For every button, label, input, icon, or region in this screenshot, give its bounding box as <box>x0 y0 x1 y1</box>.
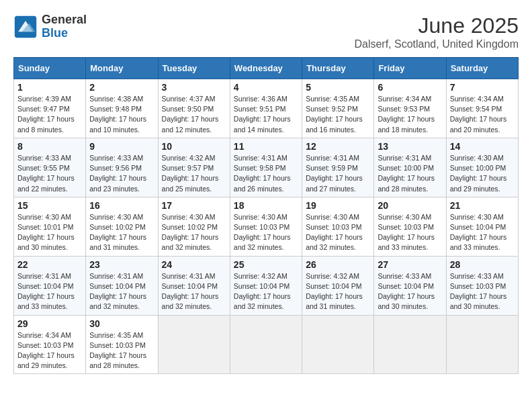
table-row: 23 Sunrise: 4:31 AMSunset: 10:04 PMDayli… <box>86 256 158 315</box>
table-row: 3 Sunrise: 4:37 AMSunset: 9:50 PMDayligh… <box>158 79 230 138</box>
table-row: 1 Sunrise: 4:39 AMSunset: 9:47 PMDayligh… <box>14 79 86 138</box>
calendar: Sunday Monday Tuesday Wednesday Thursday… <box>13 57 519 374</box>
table-row <box>158 315 230 374</box>
table-row: 21 Sunrise: 4:30 AMSunset: 10:04 PMDayli… <box>446 197 518 256</box>
day-number: 2 <box>89 82 154 93</box>
table-row: 8 Sunrise: 4:33 AMSunset: 9:55 PMDayligh… <box>14 138 86 197</box>
day-number: 16 <box>89 200 154 211</box>
day-number: 27 <box>378 259 442 270</box>
table-row <box>230 315 302 374</box>
day-info: Sunrise: 4:30 AMSunset: 10:03 PMDaylight… <box>378 212 442 253</box>
col-thursday: Thursday <box>302 58 374 79</box>
table-row: 2 Sunrise: 4:38 AMSunset: 9:48 PMDayligh… <box>86 79 158 138</box>
day-info: Sunrise: 4:33 AMSunset: 10:03 PMDaylight… <box>450 271 515 312</box>
day-number: 4 <box>234 82 298 93</box>
day-info: Sunrise: 4:35 AMSunset: 10:03 PMDaylight… <box>89 330 154 371</box>
table-row: 26 Sunrise: 4:32 AMSunset: 10:04 PMDayli… <box>302 256 374 315</box>
title-area: June 2025 Dalserf, Scotland, United King… <box>354 13 519 50</box>
table-row: 17 Sunrise: 4:30 AMSunset: 10:02 PMDayli… <box>158 197 230 256</box>
day-number: 11 <box>234 141 298 152</box>
day-info: Sunrise: 4:31 AMSunset: 10:04 PMDaylight… <box>162 271 226 312</box>
calendar-week-row: 29 Sunrise: 4:34 AMSunset: 10:03 PMDayli… <box>14 315 519 374</box>
day-number: 30 <box>89 318 154 329</box>
calendar-header-row: Sunday Monday Tuesday Wednesday Thursday… <box>14 58 519 79</box>
table-row: 28 Sunrise: 4:33 AMSunset: 10:03 PMDayli… <box>446 256 518 315</box>
calendar-week-row: 22 Sunrise: 4:31 AMSunset: 10:04 PMDayli… <box>14 256 519 315</box>
day-info: Sunrise: 4:33 AMSunset: 10:04 PMDaylight… <box>378 271 442 312</box>
table-row: 14 Sunrise: 4:30 AMSunset: 10:00 PMDayli… <box>446 138 518 197</box>
day-number: 9 <box>89 141 154 152</box>
calendar-week-row: 1 Sunrise: 4:39 AMSunset: 9:47 PMDayligh… <box>14 79 519 138</box>
day-number: 24 <box>162 259 226 270</box>
day-number: 7 <box>450 82 515 93</box>
logo-general-text: General <box>42 13 87 26</box>
table-row: 11 Sunrise: 4:31 AMSunset: 9:58 PMDaylig… <box>230 138 302 197</box>
table-row: 27 Sunrise: 4:33 AMSunset: 10:04 PMDayli… <box>374 256 446 315</box>
day-number: 10 <box>162 141 226 152</box>
col-friday: Friday <box>374 58 446 79</box>
table-row: 24 Sunrise: 4:31 AMSunset: 10:04 PMDayli… <box>158 256 230 315</box>
header: General Blue June 2025 Dalserf, Scotland… <box>13 13 519 50</box>
day-number: 17 <box>162 200 226 211</box>
day-info: Sunrise: 4:31 AMSunset: 10:04 PMDaylight… <box>17 271 82 312</box>
col-monday: Monday <box>86 58 158 79</box>
day-info: Sunrise: 4:31 AMSunset: 9:59 PMDaylight:… <box>306 153 370 194</box>
table-row: 6 Sunrise: 4:34 AMSunset: 9:53 PMDayligh… <box>374 79 446 138</box>
logo-icon <box>13 15 38 39</box>
logo-blue-text: Blue <box>42 26 68 40</box>
table-row: 16 Sunrise: 4:30 AMSunset: 10:02 PMDayli… <box>86 197 158 256</box>
day-number: 19 <box>306 200 370 211</box>
day-number: 15 <box>17 200 82 211</box>
day-info: Sunrise: 4:32 AMSunset: 9:57 PMDaylight:… <box>162 153 226 194</box>
table-row: 7 Sunrise: 4:34 AMSunset: 9:54 PMDayligh… <box>446 79 518 138</box>
day-info: Sunrise: 4:38 AMSunset: 9:48 PMDaylight:… <box>89 94 154 135</box>
day-number: 5 <box>306 82 370 93</box>
day-info: Sunrise: 4:32 AMSunset: 10:04 PMDaylight… <box>306 271 370 312</box>
table-row: 20 Sunrise: 4:30 AMSunset: 10:03 PMDayli… <box>374 197 446 256</box>
table-row: 4 Sunrise: 4:36 AMSunset: 9:51 PMDayligh… <box>230 79 302 138</box>
table-row: 10 Sunrise: 4:32 AMSunset: 9:57 PMDaylig… <box>158 138 230 197</box>
day-number: 21 <box>450 200 515 211</box>
day-info: Sunrise: 4:30 AMSunset: 10:02 PMDaylight… <box>89 212 154 253</box>
day-info: Sunrise: 4:30 AMSunset: 10:01 PMDaylight… <box>17 212 82 253</box>
table-row: 5 Sunrise: 4:35 AMSunset: 9:52 PMDayligh… <box>302 79 374 138</box>
day-info: Sunrise: 4:31 AMSunset: 10:00 PMDaylight… <box>378 153 442 194</box>
table-row: 22 Sunrise: 4:31 AMSunset: 10:04 PMDayli… <box>14 256 86 315</box>
calendar-week-row: 15 Sunrise: 4:30 AMSunset: 10:01 PMDayli… <box>14 197 519 256</box>
logo: General Blue <box>13 13 87 40</box>
location: Dalserf, Scotland, United Kingdom <box>354 38 519 50</box>
col-saturday: Saturday <box>446 58 518 79</box>
table-row: 18 Sunrise: 4:30 AMSunset: 10:03 PMDayli… <box>230 197 302 256</box>
day-info: Sunrise: 4:30 AMSunset: 10:04 PMDaylight… <box>450 212 515 253</box>
day-number: 6 <box>378 82 442 93</box>
calendar-week-row: 8 Sunrise: 4:33 AMSunset: 9:55 PMDayligh… <box>14 138 519 197</box>
table-row: 15 Sunrise: 4:30 AMSunset: 10:01 PMDayli… <box>14 197 86 256</box>
day-number: 25 <box>234 259 298 270</box>
day-number: 18 <box>234 200 298 211</box>
col-sunday: Sunday <box>14 58 86 79</box>
day-number: 13 <box>378 141 442 152</box>
day-info: Sunrise: 4:35 AMSunset: 9:52 PMDaylight:… <box>306 94 370 135</box>
col-wednesday: Wednesday <box>230 58 302 79</box>
day-info: Sunrise: 4:37 AMSunset: 9:50 PMDaylight:… <box>162 94 226 135</box>
day-info: Sunrise: 4:30 AMSunset: 10:02 PMDaylight… <box>162 212 226 253</box>
table-row: 30 Sunrise: 4:35 AMSunset: 10:03 PMDayli… <box>86 315 158 374</box>
day-info: Sunrise: 4:30 AMSunset: 10:03 PMDaylight… <box>306 212 370 253</box>
table-row <box>446 315 518 374</box>
day-info: Sunrise: 4:31 AMSunset: 9:58 PMDaylight:… <box>234 153 298 194</box>
table-row: 29 Sunrise: 4:34 AMSunset: 10:03 PMDayli… <box>14 315 86 374</box>
month-title: June 2025 <box>354 13 519 38</box>
day-number: 20 <box>378 200 442 211</box>
day-info: Sunrise: 4:34 AMSunset: 10:03 PMDaylight… <box>17 330 82 371</box>
day-number: 23 <box>89 259 154 270</box>
day-number: 14 <box>450 141 515 152</box>
day-info: Sunrise: 4:31 AMSunset: 10:04 PMDaylight… <box>89 271 154 312</box>
day-info: Sunrise: 4:34 AMSunset: 9:53 PMDaylight:… <box>378 94 442 135</box>
day-info: Sunrise: 4:34 AMSunset: 9:54 PMDaylight:… <box>450 94 515 135</box>
col-tuesday: Tuesday <box>158 58 230 79</box>
day-info: Sunrise: 4:33 AMSunset: 9:56 PMDaylight:… <box>89 153 154 194</box>
day-number: 26 <box>306 259 370 270</box>
day-number: 12 <box>306 141 370 152</box>
day-number: 29 <box>17 318 82 329</box>
day-info: Sunrise: 4:32 AMSunset: 10:04 PMDaylight… <box>234 271 298 312</box>
